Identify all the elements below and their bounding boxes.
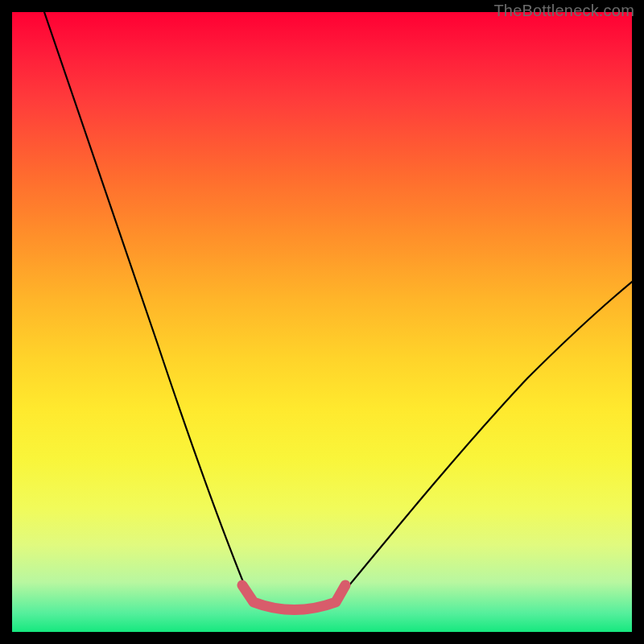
left-curve xyxy=(44,12,250,600)
watermark-text: TheBottleneck.com xyxy=(493,2,634,20)
right-curve xyxy=(337,282,632,600)
chart-svg xyxy=(12,12,632,632)
highlight-segment xyxy=(242,585,345,610)
chart-frame: TheBottleneck.com xyxy=(0,0,644,644)
chart-plot-area xyxy=(12,12,632,632)
